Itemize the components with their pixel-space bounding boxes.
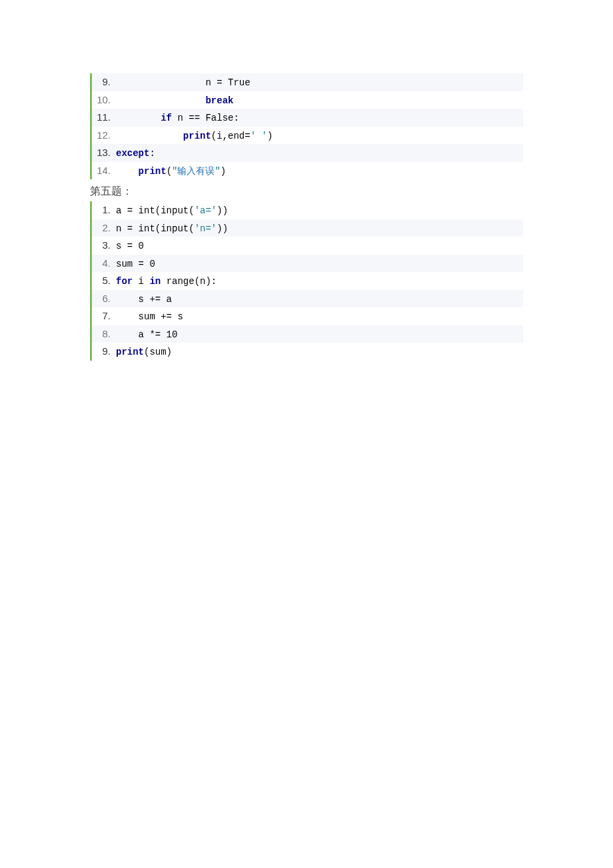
line-number: 3. xyxy=(92,237,116,254)
line-number: 12. xyxy=(92,127,116,144)
line-number: 13. xyxy=(92,144,116,161)
code-content: a = int(input('a=')) xyxy=(116,203,523,219)
code-line: 3.s = 0 xyxy=(92,237,523,255)
code-content: sum += s xyxy=(116,309,523,325)
code-content: a *= 10 xyxy=(116,327,523,343)
code-line: 12. print(i,end=' ') xyxy=(92,127,523,145)
code-content: if n == False: xyxy=(116,110,523,127)
line-number: 5. xyxy=(92,272,116,289)
code-line: 6. s += a xyxy=(92,290,523,308)
code-content: print(sum) xyxy=(116,344,523,361)
code-line: 11. if n == False: xyxy=(92,109,523,127)
code-line: 2.n = int(input('n=')) xyxy=(92,219,523,237)
code-line: 13.except: xyxy=(92,144,523,162)
line-number: 1. xyxy=(92,201,116,219)
code-line: 1.a = int(input('a=')) xyxy=(92,201,523,219)
code-block-1: 9. n = True10. break11. if n == False:12… xyxy=(90,73,523,179)
code-line: 4.sum = 0 xyxy=(92,255,523,273)
line-number: 10. xyxy=(92,91,116,109)
code-block-2: 1.a = int(input('a='))2.n = int(input('n… xyxy=(90,201,523,361)
question-heading: 第五题： xyxy=(90,185,523,199)
document-page: 9. n = True10. break11. if n == False:12… xyxy=(0,0,613,374)
code-content: n = True xyxy=(116,75,523,91)
code-line: 9.print(sum) xyxy=(92,343,523,361)
line-number: 14. xyxy=(92,162,116,179)
code-content: except: xyxy=(116,145,523,162)
code-line: 14. print("输入有误") xyxy=(92,162,523,180)
code-content: print("输入有误") xyxy=(116,163,523,180)
code-line: 5.for i in range(n): xyxy=(92,272,523,290)
code-line: 8. a *= 10 xyxy=(92,325,523,343)
line-number: 9. xyxy=(92,343,116,360)
code-content: n = int(input('n=')) xyxy=(116,221,523,237)
code-content: s += a xyxy=(116,291,523,308)
code-content: s = 0 xyxy=(116,238,523,255)
line-number: 6. xyxy=(92,290,116,307)
code-line: 9. n = True xyxy=(92,73,523,91)
line-number: 8. xyxy=(92,325,116,343)
code-content: for i in range(n): xyxy=(116,273,523,290)
code-content: print(i,end=' ') xyxy=(116,128,523,145)
line-number: 4. xyxy=(92,255,116,272)
line-number: 7. xyxy=(92,307,116,325)
code-line: 7. sum += s xyxy=(92,307,523,325)
line-number: 11. xyxy=(92,109,116,126)
code-content: break xyxy=(116,93,523,109)
line-number: 2. xyxy=(92,219,116,237)
line-number: 9. xyxy=(92,73,116,91)
code-line: 10. break xyxy=(92,91,523,109)
code-content: sum = 0 xyxy=(116,256,523,273)
